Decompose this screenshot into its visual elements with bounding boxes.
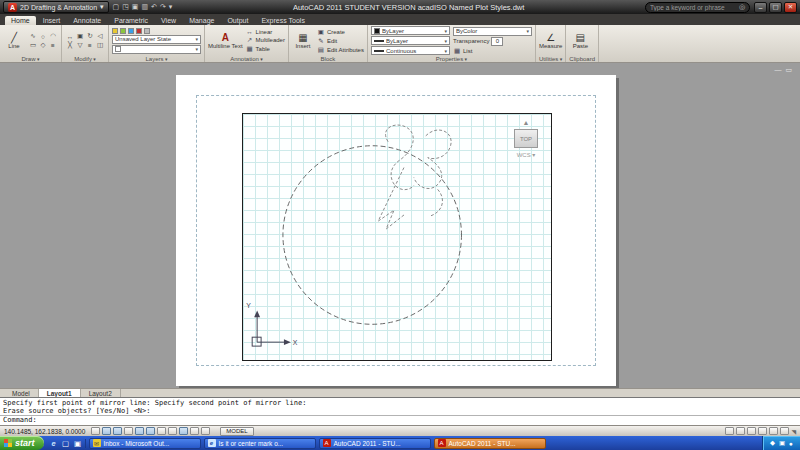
measure-button[interactable]: ∠ Measure bbox=[539, 32, 562, 49]
drawing-canvas[interactable]: Y X bbox=[243, 114, 551, 360]
help-search-box[interactable]: ◎ bbox=[645, 2, 750, 13]
taskbar-item-outlook[interactable]: ✉ Inbox - Microsoft Out... bbox=[89, 438, 201, 449]
save-icon[interactable]: ▣ bbox=[132, 1, 139, 13]
viewcube-home-icon[interactable]: ▲ bbox=[523, 119, 530, 126]
multileader-button[interactable]: ↗ Multileader bbox=[246, 36, 285, 44]
tab-layout2[interactable]: Layout2 bbox=[81, 389, 121, 397]
panel-label-properties[interactable]: Properties bbox=[371, 55, 532, 62]
tab-model[interactable]: Model bbox=[4, 389, 39, 397]
open-icon[interactable]: ◳ bbox=[122, 1, 129, 13]
layer-dropdown[interactable]: ▾ bbox=[112, 45, 201, 54]
panel-label-annotation[interactable]: Annotation bbox=[208, 55, 285, 62]
panel-label-layers[interactable]: Layers bbox=[112, 55, 201, 62]
viewcube-top-face[interactable]: TOP bbox=[514, 129, 538, 148]
dashed-circle[interactable] bbox=[283, 146, 462, 325]
circle-icon[interactable]: ○ bbox=[38, 32, 48, 41]
tab-view[interactable]: View bbox=[155, 16, 182, 25]
arc-icon[interactable]: ◠ bbox=[48, 32, 58, 41]
transparency-control[interactable]: Transparency 0 bbox=[453, 37, 532, 46]
tab-manage[interactable]: Manage bbox=[183, 16, 220, 25]
ducs-toggle[interactable] bbox=[168, 427, 177, 435]
taskbar-item-browser[interactable]: e Is it or center mark o... bbox=[204, 438, 316, 449]
redo-icon[interactable]: ↷ bbox=[160, 1, 166, 13]
ortho-toggle[interactable] bbox=[124, 427, 133, 435]
tab-parametric[interactable]: Parametric bbox=[108, 16, 154, 25]
search-input[interactable] bbox=[650, 4, 736, 11]
command-window[interactable]: Specify first point of mirror line: Spec… bbox=[0, 397, 800, 425]
linetype-dropdown[interactable]: Continuous ▾ bbox=[371, 46, 450, 55]
rectangle-icon[interactable]: ▭ bbox=[28, 41, 38, 50]
layout-viewport[interactable]: Y X bbox=[242, 113, 552, 361]
wcs-menu[interactable]: WCS ▾ bbox=[517, 151, 536, 158]
plot-icon[interactable]: ▥ bbox=[141, 1, 148, 13]
zoom-button[interactable] bbox=[758, 427, 767, 435]
hatch-icon[interactable]: ≡ bbox=[48, 41, 58, 50]
object-color-dropdown[interactable]: ByLayer ▾ bbox=[371, 26, 450, 35]
fillet-icon[interactable]: ▽ bbox=[75, 41, 85, 50]
polyline-icon[interactable]: ∿ bbox=[28, 32, 38, 41]
lineweight-dropdown[interactable]: ByLayer ▾ bbox=[371, 36, 450, 45]
lwt-toggle[interactable] bbox=[190, 427, 199, 435]
pan-button[interactable] bbox=[747, 427, 756, 435]
layer-match-icon[interactable] bbox=[144, 28, 150, 34]
list-button[interactable]: ▦ List bbox=[453, 47, 532, 55]
tab-output[interactable]: Output bbox=[221, 16, 254, 25]
taskbar-item-autocad-2[interactable]: A AutoCAD 2011 - STU... bbox=[434, 438, 546, 449]
infer-toggle[interactable] bbox=[91, 427, 100, 435]
new-icon[interactable]: ▢ bbox=[113, 1, 120, 13]
dyn-toggle[interactable] bbox=[179, 427, 188, 435]
linear-dimension-button[interactable]: ↔ Linear bbox=[246, 28, 285, 35]
close-button[interactable]: ✕ bbox=[784, 2, 797, 13]
minimize-button[interactable]: – bbox=[754, 2, 767, 13]
tpy-toggle[interactable] bbox=[201, 427, 210, 435]
osnap-toggle[interactable] bbox=[146, 427, 155, 435]
maximize-button[interactable]: ▢ bbox=[769, 2, 782, 13]
table-button[interactable]: ▦ Table bbox=[246, 45, 285, 53]
tab-home[interactable]: Home bbox=[5, 16, 36, 25]
plot-style-dropdown[interactable]: ByColor ▾ bbox=[453, 27, 532, 36]
workspace-switcher[interactable]: A 2D Drafting & Annotation ▾ bbox=[3, 1, 109, 13]
edit-block-button[interactable]: ✎ Edit bbox=[317, 37, 364, 45]
panel-label-modify[interactable]: Modify bbox=[65, 55, 105, 62]
command-prompt[interactable]: Command: bbox=[0, 415, 800, 425]
transparency-value[interactable]: 0 bbox=[491, 37, 503, 46]
model-space-button[interactable]: MODEL bbox=[220, 427, 253, 436]
panel-label-block[interactable]: Block bbox=[292, 55, 364, 62]
layer-on-icon[interactable] bbox=[120, 28, 126, 34]
layer-lock-icon[interactable] bbox=[136, 28, 142, 34]
otrack-toggle[interactable] bbox=[157, 427, 166, 435]
search-icon[interactable]: ◎ bbox=[739, 3, 745, 11]
create-block-button[interactable]: ▣ Create bbox=[317, 28, 364, 36]
tab-express-tools[interactable]: Express Tools bbox=[255, 16, 310, 25]
layer-properties-icon[interactable] bbox=[112, 28, 118, 34]
tab-annotate[interactable]: Annotate bbox=[67, 16, 107, 25]
layer-freeze-icon[interactable] bbox=[128, 28, 134, 34]
start-button[interactable]: start bbox=[0, 436, 44, 450]
multiline-text-button[interactable]: A Multiline Text bbox=[208, 32, 243, 49]
show-motion-button[interactable] bbox=[780, 427, 789, 435]
polygon-icon[interactable]: ◇ bbox=[38, 41, 48, 50]
edit-attributes-button[interactable]: ▤ Edit Attributes bbox=[317, 46, 364, 54]
tab-layout1[interactable]: Layout1 bbox=[39, 389, 81, 397]
polar-toggle[interactable] bbox=[135, 427, 144, 435]
snap-toggle[interactable] bbox=[102, 427, 111, 435]
quick-view-drawings-button[interactable] bbox=[736, 427, 745, 435]
offset-icon[interactable]: ≡ bbox=[85, 41, 95, 50]
desktop-quicklaunch-icon[interactable]: ▢ bbox=[61, 439, 71, 448]
rotate-icon[interactable]: ↻ bbox=[85, 32, 95, 41]
mirror-icon[interactable]: ◁ bbox=[95, 32, 105, 41]
drawing-area[interactable]: — ▭ bbox=[0, 63, 800, 388]
doc-restore-icon[interactable]: ▭ bbox=[785, 66, 792, 74]
tray-icon[interactable]: ▣ bbox=[779, 439, 785, 447]
tray-icon[interactable]: ● bbox=[789, 440, 793, 447]
copy-icon[interactable]: ▣ bbox=[75, 32, 85, 41]
line-button[interactable]: ╱ Line bbox=[3, 32, 25, 49]
layout-paper[interactable]: Y X bbox=[176, 75, 616, 386]
ie-quicklaunch-icon[interactable]: e bbox=[49, 439, 59, 448]
qat-menu-icon[interactable]: ▾ bbox=[169, 1, 173, 13]
tray-icon[interactable]: ◆ bbox=[770, 439, 775, 447]
insert-button[interactable]: ▦ Insert bbox=[292, 32, 314, 49]
panel-label-utilities[interactable]: Utilities bbox=[539, 55, 562, 62]
trim-icon[interactable]: ╳ bbox=[65, 41, 75, 50]
paste-button[interactable]: ▤ Paste bbox=[569, 32, 591, 49]
